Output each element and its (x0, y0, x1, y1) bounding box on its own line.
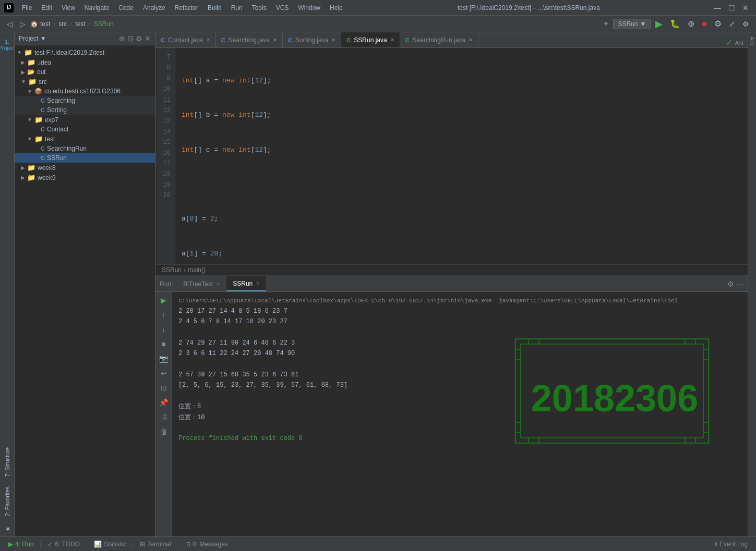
locate-file-icon[interactable]: ⊕ (119, 34, 125, 43)
statistic-status-item[interactable]: 📊 Statistic (90, 540, 130, 549)
ant-panel-toggle[interactable]: Ant (749, 32, 755, 45)
tree-item-test-root[interactable]: ▼ 📁 test F:\.IdealC2019.2\test (15, 47, 155, 57)
structure-panel-toggle[interactable]: 7: Structure (2, 443, 13, 481)
favorites-panel-toggle[interactable]: 2: Favorites (2, 482, 13, 520)
tab-close-ssrun[interactable]: ✕ (390, 37, 394, 43)
tab-close-searching-run[interactable]: ✕ (469, 37, 473, 43)
back-button[interactable]: ◁ (4, 18, 15, 30)
scroll-down-button[interactable]: ↓ (160, 323, 167, 336)
tab-contact-java[interactable]: C Contact.java ✕ (155, 32, 216, 47)
breadcrumb-ssrun[interactable]: SSRun (94, 20, 114, 28)
menu-view[interactable]: View (57, 3, 79, 13)
tab-close-contact[interactable]: ✕ (206, 37, 210, 43)
menu-bar[interactable]: File Edit View Navigate Code Analyze Ref… (18, 3, 347, 13)
menu-run[interactable]: Run (227, 3, 247, 13)
tab-sorting-java[interactable]: C Sorting.java ✕ (283, 32, 341, 47)
settings-icon[interactable]: ⚙ (136, 34, 142, 43)
menu-edit[interactable]: Edit (37, 3, 56, 13)
menu-help[interactable]: Help (326, 3, 347, 13)
close-button[interactable]: ✕ (739, 3, 752, 13)
stop-button[interactable]: ■ (699, 18, 710, 30)
bottom-tab-ssrun[interactable]: SSRun ✕ (226, 276, 266, 291)
terminal-status-item[interactable]: ⊞ Terminal (136, 540, 175, 549)
forward-button[interactable]: ▷ (17, 18, 28, 30)
minimize-panel-icon[interactable]: — (736, 280, 743, 288)
expand-button[interactable]: ⤢ (726, 18, 738, 30)
minimize-button[interactable]: — (711, 3, 724, 13)
line-numbers: 7 8 9 10 11 12 13 14 15 16 17 18 19 20 (155, 48, 175, 264)
breadcrumb-src[interactable]: src (58, 20, 67, 28)
build-button[interactable]: ⚙ (712, 17, 724, 30)
screenshot-button[interactable]: 📷 (157, 352, 170, 365)
project-panel-actions[interactable]: ⊕ ⊟ ⚙ ✕ (119, 34, 151, 43)
tree-item-src[interactable]: ▼ 📁 src (15, 77, 155, 87)
tree-item-contact[interactable]: C Contact (15, 125, 155, 134)
menu-refactor[interactable]: Refactor (171, 3, 202, 13)
tree-item-exp7[interactable]: ▼ 📁 exp7 (15, 115, 155, 125)
tree-item-searching[interactable]: C Searching (15, 96, 155, 105)
code-content[interactable]: int[] a = new int[12]; int[] b = new int… (175, 48, 748, 264)
breadcrumb-test[interactable]: test (40, 20, 50, 28)
menu-navigate[interactable]: Navigate (80, 3, 113, 13)
tree-label-contact: Contact (47, 126, 68, 133)
breadcrumb-file[interactable]: SSRun (162, 266, 182, 274)
tree-item-cn-package[interactable]: ▼ 📦 cn.edu.besti.cs1823.G2306 (15, 87, 155, 96)
collapse-all-icon[interactable]: ⊟ (127, 34, 134, 43)
rerun-button[interactable]: ▶ (159, 294, 169, 307)
bottom-tab-close-ssrun[interactable]: ✕ (256, 280, 260, 286)
menu-tools[interactable]: Tools (248, 3, 271, 13)
messages-status-item[interactable]: ⊡ 0: Messages (181, 540, 232, 549)
close-panel-icon[interactable]: ✕ (145, 34, 151, 43)
menu-build[interactable]: Build (203, 3, 226, 13)
bottom-tab-close-bitreetest[interactable]: ✕ (216, 281, 220, 287)
debug-button[interactable]: 🐛 (667, 17, 683, 30)
menu-file[interactable]: File (18, 3, 36, 13)
settings-button[interactable]: ⚙ (740, 18, 752, 30)
bookmark-icon[interactable]: ★ (2, 521, 13, 536)
breadcrumb-test2[interactable]: test (75, 20, 85, 28)
pin-tabs-button[interactable]: 📌 (157, 396, 170, 409)
tab-close-searching[interactable]: ✕ (273, 37, 277, 43)
menu-vcs[interactable]: VCS (272, 3, 293, 13)
menu-code[interactable]: Code (114, 3, 138, 13)
run-config-selector[interactable]: SSRun ▼ (613, 19, 651, 29)
bottom-tab-bitreetest[interactable]: BiTreeTest ✕ (177, 276, 226, 291)
tree-item-test-folder[interactable]: ▼ 📁 test (15, 134, 155, 144)
breadcrumb-method[interactable]: main() (188, 266, 206, 274)
run-status-item[interactable]: ▶ 4: Run (4, 540, 38, 549)
todo-status-item[interactable]: ✓ 6: TODO (43, 540, 84, 549)
window-controls[interactable]: — ☐ ✕ (711, 3, 752, 13)
print-button[interactable]: 🖨 (158, 411, 170, 423)
event-log-status-item[interactable]: ℹ Event Log (711, 540, 752, 549)
restore-button[interactable]: ⊡ (159, 382, 169, 394)
terminal-icon: ⊞ (140, 541, 145, 548)
wrap-lines-button[interactable]: ↩ (159, 367, 169, 379)
settings-run-icon[interactable]: ⚙ (727, 280, 734, 288)
maximize-button[interactable]: ☐ (725, 3, 738, 13)
stop-run-button[interactable]: ■ (159, 338, 167, 350)
tree-item-week8[interactable]: ▶ 📁 week8 (15, 163, 155, 173)
tab-searching-java[interactable]: C Searching.java ✕ (216, 32, 283, 47)
tree-item-sorting[interactable]: C Sorting (15, 105, 155, 115)
delete-button[interactable]: 🗑 (158, 425, 170, 438)
tree-item-week9[interactable]: ▶ 📁 week9 (15, 173, 155, 182)
tree-item-ssrun[interactable]: C SSRun (15, 153, 155, 163)
run-config-dropdown-icon[interactable]: ▼ (640, 20, 646, 28)
run-button[interactable]: ▶ (653, 17, 665, 31)
tab-ssrun-java[interactable]: C SSRun.java ✕ (341, 32, 400, 47)
run-output: C:\Users\DELL\AppData\Local\JetBrains\To… (172, 292, 748, 536)
tree-item-out[interactable]: ▶ 📂 out (15, 67, 155, 77)
tab-close-sorting[interactable]: ✕ (331, 37, 335, 43)
main-content: 1: Project 7: Structure 2: Favorites ★ P… (0, 32, 756, 536)
tree-label-idea: .idea (38, 59, 51, 66)
menu-window[interactable]: Window (294, 3, 325, 13)
scroll-up-button[interactable]: ↑ (160, 309, 167, 321)
right-side-panel: Ant (748, 32, 756, 536)
coverage-button[interactable]: ⊕ (685, 17, 697, 30)
menu-analyze[interactable]: Analyze (139, 3, 170, 13)
search-everywhere-icon[interactable]: ⌖ (601, 18, 611, 30)
tree-item-idea[interactable]: ▶ 📁 .idea (15, 57, 155, 67)
tree-item-searching-run[interactable]: C SearchingRun (15, 144, 155, 153)
tab-searching-run-java[interactable]: C SearchingRun.java ✕ (400, 32, 478, 47)
run-sidebar: ▶ ↑ ↓ ■ 📷 ↩ ⊡ 📌 🖨 🗑 (155, 292, 172, 536)
